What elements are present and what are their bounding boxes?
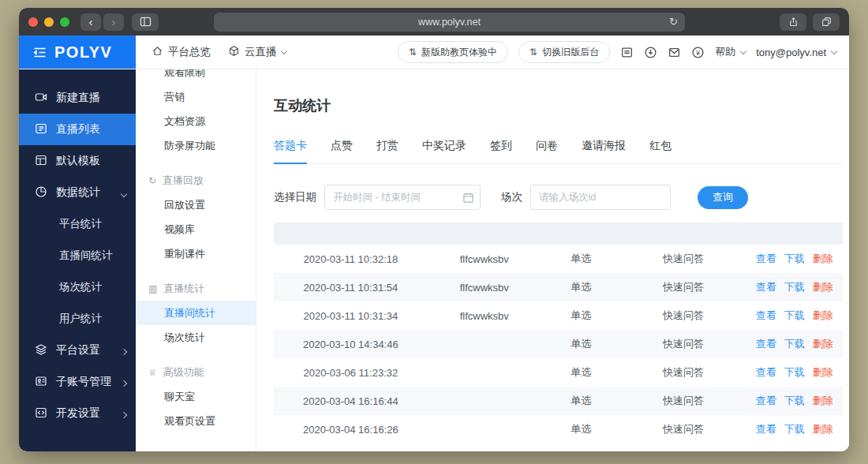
tab-overview-icon[interactable]: [813, 13, 840, 31]
download-link[interactable]: 下载: [784, 337, 805, 351]
view-link[interactable]: 查看: [756, 252, 776, 266]
switch-old-version-pill-button[interactable]: ⇅ 切换旧版后台: [518, 41, 610, 63]
sidebar-item-default-template[interactable]: 默认模板: [19, 145, 136, 177]
news-icon[interactable]: [620, 46, 634, 59]
coin-icon[interactable]: ¥: [691, 46, 705, 59]
view-link[interactable]: 查看: [756, 394, 776, 408]
delete-link[interactable]: 删除: [813, 365, 833, 380]
delete-link[interactable]: 删除: [813, 280, 833, 294]
sidebar-subitem-user-stats[interactable]: 用户统计: [19, 303, 136, 335]
delete-link[interactable]: 删除: [813, 394, 833, 408]
view-link[interactable]: 查看: [756, 309, 776, 323]
tab[interactable]: 邀请海报: [582, 139, 626, 163]
submenu-item[interactable]: 场次统计: [136, 325, 256, 350]
nav-platform-overview[interactable]: 平台总览: [152, 45, 211, 59]
session-id-input[interactable]: [530, 185, 671, 210]
tab[interactable]: 点赞: [331, 139, 353, 163]
window-minimize-button[interactable]: [44, 17, 54, 27]
sort-arrows-icon: ⇅: [409, 47, 417, 58]
delete-link[interactable]: 删除: [813, 422, 833, 436]
main-content: 互动统计 答题卡 点赞 打赏 中奖记录 签到 问卷 邀请海报: [256, 69, 849, 451]
account-menu[interactable]: tony@polyv.net: [756, 47, 836, 58]
submenu-item-label: 观看页设置: [164, 414, 215, 428]
tab[interactable]: 打赏: [376, 139, 398, 163]
delete-link[interactable]: 删除: [813, 337, 833, 351]
chevron-right-icon: [121, 349, 127, 355]
address-bar[interactable]: www.polyv.net ↻: [214, 13, 685, 32]
download-link[interactable]: 下载: [784, 309, 805, 323]
window-close-button[interactable]: [28, 17, 38, 27]
download-icon[interactable]: [644, 46, 657, 59]
view-link[interactable]: 查看: [756, 280, 776, 294]
sidebar-item-live-list[interactable]: 直播列表: [19, 114, 136, 145]
tab[interactable]: 问卷: [536, 139, 558, 163]
mail-icon[interactable]: [668, 46, 681, 59]
download-link[interactable]: 下载: [784, 365, 805, 380]
tab-label: 中奖记录: [422, 139, 466, 152]
sidebar-subitem-session-stats[interactable]: 场次统计: [19, 271, 136, 303]
delete-link[interactable]: 删除: [813, 252, 833, 266]
forward-button[interactable]: ›: [103, 13, 124, 31]
tab[interactable]: 红包: [649, 139, 672, 163]
download-link[interactable]: 下载: [784, 422, 805, 436]
submenu-item[interactable]: 文档资源: [136, 109, 256, 133]
table-row: 2020-03-04 16:16:26 单选 快速问答 查看 下载 删除: [274, 415, 843, 443]
share-icon[interactable]: [780, 13, 806, 31]
submenu-item[interactable]: 防录屏功能: [136, 133, 256, 158]
cell-date: 2020-03-06 11:23:32: [274, 367, 428, 379]
sidebar-item-dev-settings[interactable]: 开发设置: [19, 398, 136, 429]
submenu-item[interactable]: 营销: [136, 84, 256, 109]
table-row: 2020-03-06 11:23:32 单选 快速问答 查看 下载 删除: [274, 358, 843, 387]
cell-actions: 查看 下载 删除: [746, 309, 843, 323]
cell-session-id: flfcwwksbv: [428, 253, 541, 265]
submenu-item[interactable]: 观看页设置: [136, 409, 256, 433]
submenu-item[interactable]: 回放设置: [136, 193, 256, 217]
help-menu[interactable]: 帮助: [715, 45, 746, 59]
view-link[interactable]: 查看: [756, 337, 776, 351]
sidebar-item-platform-settings[interactable]: 平台设置: [19, 335, 136, 366]
date-range-input[interactable]: [324, 185, 481, 210]
sidebar-panel-icon[interactable]: [132, 13, 159, 31]
cell-session-id: flfcwwksbv: [428, 310, 541, 322]
cell-date: 2020-03-11 10:31:54: [274, 282, 428, 294]
submenu-item[interactable]: 高级功能: [136, 360, 256, 384]
tab-label: 打赏: [376, 139, 398, 152]
submenu-item[interactable]: 重制课件: [136, 241, 256, 266]
tab[interactable]: 签到: [490, 139, 512, 163]
tab[interactable]: 答题卡: [274, 139, 307, 163]
delete-link[interactable]: 删除: [813, 309, 833, 323]
back-button[interactable]: ‹: [80, 13, 101, 31]
sidebar-subitem-platform-stats[interactable]: 平台统计: [19, 208, 136, 240]
submenu-item[interactable]: 聊天室: [136, 384, 256, 409]
submenu-item[interactable]: 直播回放: [136, 168, 256, 193]
new-assistant-pill-button[interactable]: ⇅ 新版助教页体验中: [398, 41, 508, 63]
tab-bar: 答题卡 点赞 打赏 中奖记录 签到 问卷 邀请海报 红包: [274, 139, 843, 164]
cell-actions: 查看 下载 删除: [746, 394, 843, 408]
download-link[interactable]: 下载: [784, 394, 805, 408]
nav-cloud-live[interactable]: 云直播: [228, 45, 286, 59]
submenu-item[interactable]: 直播间统计: [136, 301, 256, 325]
menu-fold-icon[interactable]: [33, 47, 47, 58]
sidebar-item-data-stats[interactable]: 数据统计: [19, 177, 136, 208]
cell-date: 2020-03-10 14:34:46: [274, 339, 428, 350]
cell-actions: 查看 下载 删除: [746, 280, 843, 294]
date-filter-label: 选择日期: [274, 190, 316, 204]
tab[interactable]: 中奖记录: [422, 139, 466, 163]
replay-icon: [148, 176, 156, 185]
sidebar-subitem-room-stats[interactable]: 直播间统计: [19, 240, 136, 271]
top-nav-bar: 平台总览 云直播 ⇅ 新版助教页体验中 ⇅ 切换旧版后台: [136, 36, 849, 69]
download-link[interactable]: 下载: [784, 280, 805, 294]
download-link[interactable]: 下载: [784, 252, 805, 266]
search-button[interactable]: 查询: [698, 186, 748, 209]
view-link[interactable]: 查看: [756, 422, 776, 436]
url-text: www.polyv.net: [418, 17, 481, 28]
table-body: 2020-03-11 10:32:18 flfcwwksbv 单选 快速问答 查…: [274, 245, 843, 443]
submenu-item[interactable]: 视频库: [136, 217, 256, 241]
sidebar-item-subaccount[interactable]: 子账号管理: [19, 366, 136, 398]
window-zoom-button[interactable]: [60, 17, 69, 27]
submenu-item[interactable]: 直播统计: [136, 276, 256, 301]
submenu-item[interactable]: 观看限制: [136, 69, 256, 84]
view-link[interactable]: 查看: [756, 365, 776, 380]
reload-icon[interactable]: ↻: [669, 16, 678, 28]
sidebar-item-new-live[interactable]: 新建直播: [19, 82, 136, 114]
